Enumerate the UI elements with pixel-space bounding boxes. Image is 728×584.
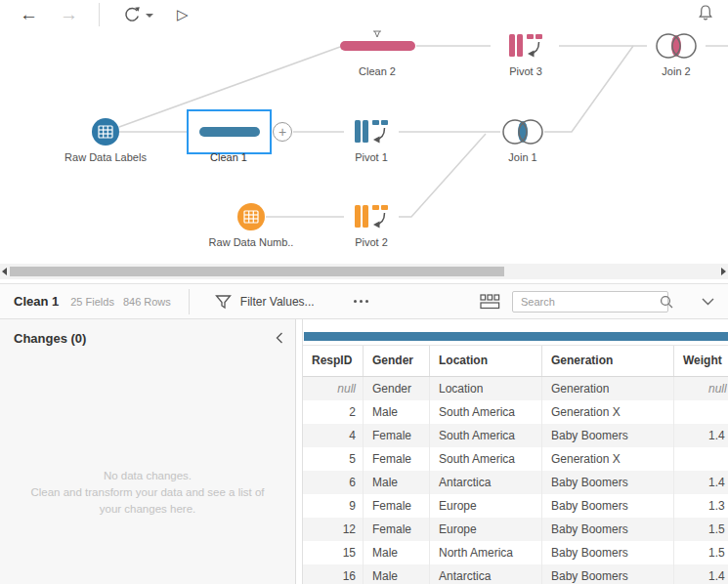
table-cell[interactable]: Baby Boomers	[542, 494, 674, 518]
refresh-dropdown-caret[interactable]	[146, 14, 153, 18]
table-cell[interactable]: Female	[364, 518, 430, 541]
flow-node-pivot-2[interactable]	[354, 204, 389, 233]
table-cell[interactable]: Generation X	[542, 400, 674, 424]
table-cell[interactable]: 12	[303, 518, 364, 541]
table-cell[interactable]: null	[303, 377, 364, 400]
more-options-icon[interactable]	[354, 300, 368, 303]
redo-forward-icon[interactable]: →	[60, 0, 78, 29]
table-cell[interactable]: South America	[430, 400, 542, 424]
table-cell[interactable]	[674, 400, 728, 424]
flow-node-label: Raw Data Labels	[64, 151, 147, 163]
undo-back-icon[interactable]: ←	[20, 0, 38, 29]
table-cell[interactable]: 9	[303, 494, 364, 518]
table-cell[interactable]: Female	[364, 424, 430, 447]
table-cell[interactable]: 15	[303, 541, 364, 564]
collapse-pane-chevron-down-icon[interactable]	[702, 298, 714, 306]
pivot-icon	[354, 119, 389, 145]
table-cell[interactable]: Generation	[542, 377, 674, 400]
table-cell[interactable]: Gender	[364, 377, 430, 400]
table-cell[interactable]: 5	[303, 447, 364, 471]
search-icon	[660, 295, 673, 309]
step-header-bar: Clean 1 25 Fields 846 Rows Filter Values…	[0, 283, 728, 319]
column-header[interactable]: RespID	[303, 346, 364, 376]
column-header[interactable]: Generation	[542, 346, 674, 376]
table-cell[interactable]: null	[674, 377, 728, 400]
table-cell[interactable]	[674, 447, 728, 471]
table-cell[interactable]: Female	[364, 447, 430, 471]
search-box[interactable]	[512, 291, 668, 313]
filter-values-button[interactable]	[215, 294, 232, 310]
table-cell[interactable]: 1.4	[674, 564, 728, 584]
table-row: 5FemaleSouth AmericaGeneration X	[303, 447, 728, 471]
table-cell[interactable]: Male	[364, 564, 430, 584]
column-header[interactable]: Location	[430, 346, 542, 376]
scroll-right-arrow[interactable]	[721, 268, 726, 275]
table-cell[interactable]: 1.4	[674, 424, 728, 447]
table-cell[interactable]: Location	[430, 377, 542, 400]
toolbar-divider	[99, 3, 100, 26]
table-cell[interactable]: Generation X	[542, 447, 674, 471]
changes-panel: Changes (0) No data changes. Clean and t…	[0, 319, 296, 584]
flow-node-label: Join 1	[508, 151, 536, 163]
refresh-button[interactable]	[123, 6, 153, 23]
flow-node-raw-data-numbers[interactable]	[237, 203, 265, 230]
bottom-panes: Changes (0) No data changes. Clean and t…	[0, 319, 728, 584]
filter-values-label[interactable]: Filter Values...	[240, 295, 315, 309]
top-toolbar: ← → ▷	[0, 0, 728, 29]
table-cell[interactable]: Male	[364, 541, 430, 564]
run-flow-button[interactable]: ▷	[177, 6, 189, 23]
table-row: 2MaleSouth AmericaGeneration X	[303, 400, 728, 424]
table-cell[interactable]: Europe	[430, 518, 542, 541]
table-row: 9FemaleEuropeBaby Boomers1.3	[303, 494, 728, 518]
table-cell[interactable]: Male	[364, 400, 430, 424]
column-header[interactable]: Gender	[364, 346, 430, 376]
table-cell[interactable]: North America	[430, 541, 542, 564]
clean-changes-badge-icon	[372, 30, 382, 38]
flow-node-join-1[interactable]	[500, 115, 545, 152]
table-cell[interactable]: Baby Boomers	[542, 564, 674, 584]
table-cell[interactable]: 2	[303, 400, 364, 424]
scroll-left-arrow[interactable]	[2, 268, 7, 275]
flow-node-clean-1-selected[interactable]	[187, 109, 272, 154]
table-cell[interactable]: 1.5	[674, 541, 728, 564]
table-cell[interactable]: Baby Boomers	[542, 424, 674, 447]
table-cell[interactable]: Baby Boomers	[542, 471, 674, 494]
clean-step-bar-icon	[199, 127, 260, 137]
table-cell[interactable]: Baby Boomers	[542, 518, 674, 541]
table-cell[interactable]: 1.5	[674, 518, 728, 541]
changes-panel-title: Changes (0)	[14, 331, 86, 346]
flow-node-join-2[interactable]	[654, 29, 699, 66]
table-cell[interactable]: 6	[303, 471, 364, 494]
flow-canvas[interactable]: Clean 2 Pivot 3 Join 2	[0, 29, 728, 262]
table-cell[interactable]: 1.4	[674, 471, 728, 494]
notifications-bell-icon[interactable]	[696, 3, 715, 26]
column-selection-strip[interactable]	[304, 332, 728, 341]
flow-horizontal-scrollbar[interactable]	[0, 264, 728, 279]
flow-node-raw-data-labels[interactable]	[92, 118, 119, 146]
table-cell[interactable]: South America	[430, 447, 542, 471]
flow-node-label: Join 2	[662, 65, 690, 77]
table-cell[interactable]: Europe	[430, 494, 542, 518]
column-header[interactable]: Weight	[674, 346, 728, 376]
table-cell[interactable]: 4	[303, 424, 364, 447]
scrollbar-thumb[interactable]	[10, 267, 504, 276]
collapse-changes-chevron-left-icon[interactable]	[276, 332, 283, 344]
flow-node-clean-2[interactable]	[340, 41, 415, 51]
grid-view-toggle-icon[interactable]	[480, 294, 500, 310]
table-cell[interactable]: 16	[303, 564, 364, 584]
table-cell[interactable]: Antarctica	[430, 471, 542, 494]
flow-node-pivot-1[interactable]	[354, 119, 389, 148]
table-cell[interactable]: Female	[364, 494, 430, 518]
row-count: 846 Rows	[123, 296, 171, 308]
flow-node-pivot-3[interactable]	[508, 33, 543, 63]
table-cell[interactable]: South America	[430, 424, 542, 447]
flow-node-label: Clean 2	[359, 65, 396, 77]
search-input[interactable]	[513, 296, 660, 308]
table-cell[interactable]: Antarctica	[430, 564, 542, 584]
table-cell[interactable]: 1.3	[674, 494, 728, 518]
table-cell[interactable]: Baby Boomers	[542, 541, 674, 564]
add-step-plus-button[interactable]: +	[273, 122, 292, 142]
data-table-body: nullGenderLocationGenerationnull2MaleSou…	[303, 377, 728, 584]
table-cell[interactable]: Male	[364, 471, 430, 494]
flow-node-label: Pivot 3	[509, 65, 542, 77]
